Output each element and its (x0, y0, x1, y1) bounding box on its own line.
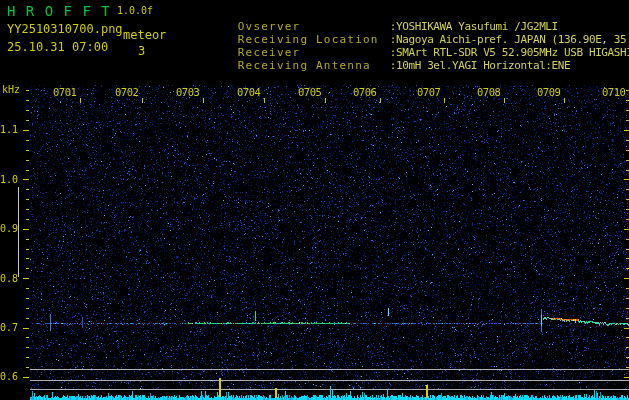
station-info: Ovserver:YOSHIKAWA Yasufumi /JG2MLI Rece… (180, 5, 629, 57)
time-tick-label: 0704 (237, 86, 260, 98)
freq-axis-unit: kHz (2, 84, 20, 95)
time-tick-label: 0705 (298, 86, 321, 98)
time-tick-label: 0707 (417, 86, 440, 98)
frame-datetime: 25.10.31 07:00 (7, 40, 108, 54)
info-row-observer: Ovserver:YOSHIKAWA Yasufumi /JG2MLI (180, 5, 629, 18)
freq-tick-label: 0.6 (0, 371, 18, 382)
mode-label: meteor (123, 28, 166, 42)
info-label: Receiving Antenna (238, 59, 390, 72)
hrofft-screen: H R O F F T 1.0.0f YY2510310700.png mete… (0, 0, 629, 400)
time-tick-label: 0709 (537, 86, 560, 98)
freq-tick-label: 0.7 (0, 322, 18, 333)
app-version: 1.0.0f (117, 5, 153, 16)
output-filename: YY2510310700.png (7, 22, 123, 36)
freq-tick-label: 0.9 (0, 223, 18, 234)
time-tick-label: 0708 (477, 86, 500, 98)
time-tick-label: 0710 (602, 86, 625, 98)
app-title: H R O F F T (7, 3, 111, 19)
freq-tick-label: 1.1 (0, 124, 18, 135)
time-tick-label: 0706 (353, 86, 376, 98)
time-tick-label: 0703 (176, 86, 199, 98)
time-tick-label: 0701 (53, 86, 76, 98)
time-tick-label: 0702 (115, 86, 138, 98)
freq-tick-label: 0.8 (0, 273, 18, 284)
meteor-count: 3 (138, 44, 145, 58)
freq-tick-label: 1.0 (0, 174, 18, 185)
info-value: :10mH 3el.YAGI Horizontal:ENE (390, 59, 570, 72)
